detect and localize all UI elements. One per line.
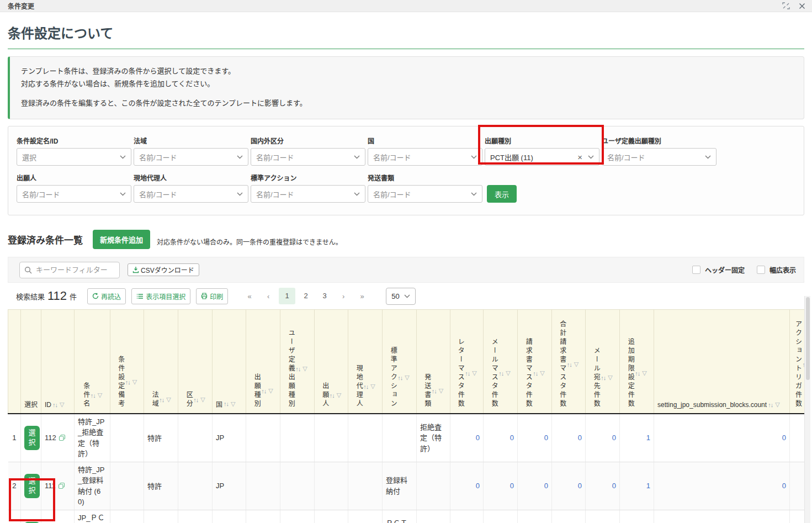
page-size-select[interactable]: 50 bbox=[386, 288, 415, 305]
count-link-letter_count[interactable]: 0 bbox=[454, 434, 480, 442]
filter-select-condition-name-id[interactable]: 選択 bbox=[17, 148, 131, 166]
filter-icon[interactable]: ▽ bbox=[540, 369, 544, 377]
count-link-invoice_count[interactable]: 0 bbox=[521, 482, 548, 490]
sort-icon[interactable]: ↑↓ bbox=[768, 402, 773, 408]
copy-icon[interactable] bbox=[59, 434, 66, 441]
count-link-letter_count[interactable]: 0 bbox=[454, 482, 480, 490]
column-header-law[interactable]: 法域↑↓▽ bbox=[144, 310, 178, 414]
close-icon[interactable] bbox=[799, 3, 805, 9]
count-link-deadline_count[interactable]: 1 bbox=[623, 434, 650, 442]
filter-icon[interactable]: ▽ bbox=[439, 387, 443, 394]
column-header-id[interactable]: ID↑↓▽ bbox=[41, 310, 75, 414]
wide-view-checkbox[interactable] bbox=[757, 266, 765, 274]
column-header-applicant[interactable]: 出願人↑↓▽ bbox=[315, 310, 348, 414]
filter-select-standard-action[interactable]: 名前/コード bbox=[251, 185, 365, 203]
filter-icon[interactable]: ▽ bbox=[472, 369, 476, 377]
sort-icon[interactable]: ↑↓ bbox=[52, 402, 57, 408]
filter-icon[interactable]: ▽ bbox=[200, 396, 205, 403]
filter-select-domestic-foreign[interactable]: 名前/コード bbox=[251, 148, 365, 166]
column-header-action[interactable]: 標準アクション↑↓▽ bbox=[383, 310, 417, 414]
page-number-2[interactable]: 2 bbox=[298, 288, 314, 304]
filter-icon[interactable]: ▽ bbox=[574, 361, 579, 368]
count-link-deadline_count[interactable]: 1 bbox=[623, 482, 650, 490]
page-number-3[interactable]: 3 bbox=[316, 288, 333, 304]
filter-icon[interactable]: ▽ bbox=[268, 387, 273, 394]
sort-icon[interactable]: ↑↓ bbox=[159, 397, 164, 403]
filter-icon[interactable]: ▽ bbox=[98, 392, 102, 399]
sort-icon[interactable]: ↑↓ bbox=[498, 370, 503, 377]
column-header-name[interactable]: 条件名↑↓▽ bbox=[75, 310, 110, 414]
sort-icon[interactable]: ↑↓ bbox=[193, 397, 198, 403]
filter-icon[interactable]: ▽ bbox=[60, 401, 64, 408]
clear-icon[interactable]: × bbox=[577, 153, 582, 161]
filter-select-law-domain[interactable]: 名前/コード bbox=[134, 148, 248, 166]
filter-select-applicant[interactable]: 名前/コード bbox=[17, 185, 131, 203]
column-header-memo[interactable]: 条件設定備考↑↓▽ bbox=[110, 310, 144, 414]
filter-icon[interactable]: ▽ bbox=[506, 369, 510, 377]
filter-icon[interactable]: ▽ bbox=[231, 400, 235, 408]
column-header-letter_count[interactable]: レターマスタ件数↑↓▽ bbox=[450, 310, 484, 414]
first-page-icon[interactable]: « bbox=[240, 292, 259, 300]
column-header-app_type[interactable]: 出願種別↑↓▽ bbox=[246, 310, 280, 414]
filter-select-country[interactable]: 名前/コード bbox=[368, 148, 482, 166]
sort-icon[interactable]: ↑↓ bbox=[397, 374, 402, 381]
filter-select-application-type[interactable]: PCT出願 (11)× bbox=[485, 148, 599, 166]
count-link-mail_to_count[interactable]: 0 bbox=[589, 482, 616, 490]
header-fixed-checkbox-group[interactable]: ヘッダー固定 bbox=[692, 265, 745, 274]
sort-icon[interactable]: ↑↓ bbox=[261, 388, 266, 394]
wide-view-checkbox-group[interactable]: 幅広表示 bbox=[757, 265, 796, 274]
filter-icon[interactable]: ▽ bbox=[608, 374, 612, 381]
column-header-kubun[interactable]: 区分↑↓▽ bbox=[178, 310, 213, 414]
filter-select-user-defined-application-type[interactable]: 名前/コード bbox=[602, 148, 717, 166]
filter-icon[interactable]: ▽ bbox=[405, 374, 409, 381]
page-number-1[interactable]: 1 bbox=[279, 288, 295, 304]
header-fixed-checkbox[interactable] bbox=[692, 266, 700, 274]
column-header-deadline_count[interactable]: 追加期限設定件数↑↓▽ bbox=[620, 310, 654, 414]
column-header-mail_to_count[interactable]: メール宛先件数↑↓▽ bbox=[586, 310, 620, 414]
column-header-trigger_count[interactable]: アクショントリガ件数↑↓ bbox=[790, 310, 805, 414]
print-button[interactable]: 印刷 bbox=[196, 288, 228, 304]
count-link-jpo_count[interactable]: 0 bbox=[657, 482, 786, 490]
column-header-invoice_count[interactable]: 請求書マスタ件数↑↓▽ bbox=[518, 310, 552, 414]
select-row-button[interactable]: 選択 bbox=[24, 426, 40, 450]
count-link-mail_count[interactable]: 0 bbox=[487, 434, 514, 442]
sort-icon[interactable]: ↑↓ bbox=[363, 383, 368, 390]
count-link-mail_count[interactable]: 0 bbox=[487, 482, 514, 490]
sort-icon[interactable]: ↑↓ bbox=[91, 392, 95, 399]
sort-icon[interactable]: ↑↓ bbox=[432, 388, 437, 394]
sort-icon[interactable]: ↑↓ bbox=[635, 370, 640, 377]
count-link-invoice_count[interactable]: 0 bbox=[521, 434, 548, 442]
csv-download-button[interactable]: CSVダウンロード bbox=[128, 263, 199, 276]
column-header-total_invoice_count[interactable]: 合計請求書マスタ件数↑↓▽ bbox=[552, 310, 586, 414]
sort-icon[interactable]: ↑↓ bbox=[295, 366, 300, 372]
add-condition-button[interactable]: 新規条件追加 bbox=[93, 230, 150, 249]
filter-icon[interactable]: ▽ bbox=[337, 392, 341, 399]
sort-icon[interactable]: ↑↓ bbox=[125, 379, 130, 385]
filter-icon[interactable]: ▽ bbox=[166, 396, 171, 403]
sort-icon[interactable]: ↑↓ bbox=[567, 361, 572, 368]
sort-icon[interactable]: ↑↓ bbox=[330, 392, 335, 399]
sort-icon[interactable]: ↑↓ bbox=[601, 374, 606, 381]
count-link-jpo_count[interactable]: 0 bbox=[657, 434, 786, 442]
count-link-mail_to_count[interactable]: 0 bbox=[589, 434, 616, 442]
filter-icon[interactable]: ▽ bbox=[642, 369, 646, 377]
filter-icon[interactable]: ▽ bbox=[370, 383, 375, 390]
count-link-total_invoice_count[interactable]: 0 bbox=[555, 434, 582, 442]
filter-icon[interactable]: ▽ bbox=[302, 365, 307, 372]
count-link-total_invoice_count[interactable]: 0 bbox=[555, 482, 582, 490]
table-scrollbar[interactable] bbox=[804, 296, 810, 523]
filter-icon[interactable]: ▽ bbox=[132, 378, 137, 385]
sort-icon[interactable]: ↑↓ bbox=[224, 400, 229, 407]
select-row-button[interactable]: 選択 bbox=[24, 474, 40, 498]
sort-icon[interactable]: ↑↓ bbox=[465, 370, 470, 377]
show-button[interactable]: 表示 bbox=[487, 185, 517, 203]
column-header-country[interactable]: 国↑↓▽ bbox=[213, 310, 246, 414]
next-page-icon[interactable]: › bbox=[334, 292, 353, 300]
reload-button[interactable]: 再読込 bbox=[87, 288, 126, 304]
sort-icon[interactable]: ↑↓ bbox=[533, 370, 538, 377]
copy-icon[interactable] bbox=[58, 482, 65, 489]
filter-icon[interactable]: ▽ bbox=[775, 401, 779, 408]
column-header-user_app_type[interactable]: ユーザ定義出願種別↑↓▽ bbox=[280, 310, 315, 414]
prev-page-icon[interactable]: ‹ bbox=[259, 292, 278, 300]
filter-select-dispatch-documents[interactable]: 名前/コード bbox=[368, 185, 482, 203]
